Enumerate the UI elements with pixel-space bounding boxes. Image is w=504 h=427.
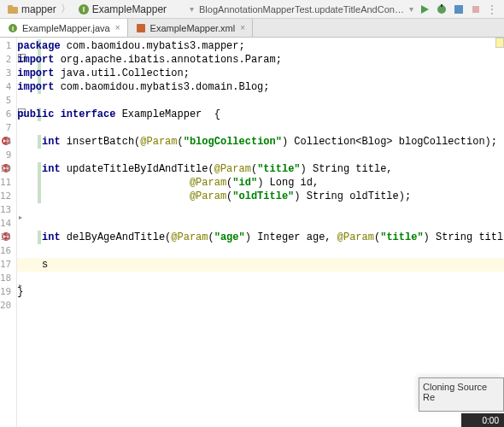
svg-text:I: I xyxy=(82,5,85,14)
status-time: 0:00 xyxy=(483,416,499,425)
status-popup: Cloning Source Re xyxy=(419,377,504,412)
interface-icon: I xyxy=(7,22,19,34)
code-line[interactable]: @Param("oldTitle") String oldTitle); xyxy=(17,190,504,203)
svg-text:I: I xyxy=(12,25,14,32)
code-line[interactable]: } xyxy=(17,285,504,299)
code-line[interactable] xyxy=(17,217,504,231)
line-number: 2 xyxy=(0,53,16,67)
line-number: 18 xyxy=(0,272,16,285)
chevron-down-icon[interactable]: ▾ xyxy=(409,4,413,14)
tab-label: ExampleMapper.java xyxy=(22,23,110,33)
status-bar: 0:00 xyxy=(461,413,504,427)
run-config-label[interactable]: BlogAnnotationMapperTest.updateTitleAndC… xyxy=(199,4,404,15)
line-number: 11 xyxy=(0,176,16,190)
status-popup-text: Cloning Source Re xyxy=(423,382,487,402)
code-editor[interactable]: 1234567891011121314151617181920 − − ▸ ▸ … xyxy=(0,38,504,427)
svg-rect-11 xyxy=(137,24,145,32)
breadcrumb-class-label: ExampleMapper xyxy=(92,3,167,15)
code-line[interactable] xyxy=(17,149,504,162)
line-number: 14 xyxy=(0,217,16,231)
code-line[interactable]: @Param("id") Long id, xyxy=(17,176,504,190)
line-number: 15 xyxy=(0,231,16,244)
code-line[interactable]: import com.baomidou.mybatis3.domain.Blog… xyxy=(17,80,504,94)
svg-rect-6 xyxy=(441,4,442,7)
line-number: 20 xyxy=(0,299,16,313)
code-line[interactable] xyxy=(17,121,504,135)
breadcrumb-bar: mapper 〉 I ExampleMapper ▾ BlogAnnotatio… xyxy=(0,0,504,19)
line-number: 19 xyxy=(0,285,16,299)
line-number: 4 xyxy=(0,80,16,94)
chevron-right-icon: 〉 xyxy=(61,2,71,16)
line-number: 1 xyxy=(0,39,16,53)
code-line[interactable]: int delByAgeAndTitle(@Param("age") Integ… xyxy=(17,231,504,244)
close-icon[interactable]: × xyxy=(240,23,245,32)
code-line[interactable]: s xyxy=(17,258,504,272)
code-line[interactable] xyxy=(17,94,504,108)
svg-rect-8 xyxy=(472,6,479,13)
tab-example-mapper-java[interactable]: I ExampleMapper.java × xyxy=(0,19,128,37)
close-icon[interactable]: × xyxy=(115,23,120,32)
code-line[interactable] xyxy=(17,203,504,217)
xml-icon xyxy=(135,22,147,34)
chevron-down-icon[interactable]: ▾ xyxy=(190,4,194,14)
line-number: 10 xyxy=(0,162,16,176)
line-number: 17 xyxy=(0,258,16,272)
tab-label: ExampleMapper.xml xyxy=(150,23,236,33)
line-number: 3 xyxy=(0,67,16,80)
line-number: 16 xyxy=(0,244,16,258)
editor-tabs: I ExampleMapper.java × ExampleMapper.xml… xyxy=(0,19,504,38)
line-number: 12 xyxy=(0,190,16,203)
run-icon[interactable] xyxy=(419,3,431,15)
line-number: 6 xyxy=(0,108,16,121)
code-line[interactable] xyxy=(17,272,504,285)
line-number: 8 xyxy=(0,135,16,149)
code-line[interactable] xyxy=(17,299,504,313)
code-line[interactable]: public interface ExampleMapper { xyxy=(17,108,504,121)
code-line[interactable]: int insertBatch(@Param("blogCollection")… xyxy=(17,135,504,149)
coverage-icon[interactable] xyxy=(453,3,465,15)
debug-icon[interactable] xyxy=(436,3,448,15)
svg-rect-7 xyxy=(454,5,463,14)
svg-rect-1 xyxy=(8,5,13,9)
scroll-marker xyxy=(495,38,504,48)
line-number: 7 xyxy=(0,121,16,135)
breadcrumb-folder[interactable]: mapper 〉 xyxy=(3,2,74,16)
code-line[interactable]: int updateTitleByIdAndTitle(@Param("titl… xyxy=(17,162,504,176)
code-line[interactable]: import org.apache.ibatis.annotations.Par… xyxy=(17,53,504,67)
svg-marker-4 xyxy=(421,5,429,14)
breadcrumb-folder-label: mapper xyxy=(21,3,56,15)
code-line[interactable]: package com.baomidou.mybatis3.mapper; xyxy=(17,39,504,53)
breadcrumb-class[interactable]: I ExampleMapper xyxy=(74,3,170,15)
line-number: 9 xyxy=(0,149,16,162)
line-number: 5 xyxy=(0,94,16,108)
more-icon[interactable]: ⋮ xyxy=(487,3,497,15)
tab-example-mapper-xml[interactable]: ExampleMapper.xml × xyxy=(128,19,254,37)
stop-icon[interactable] xyxy=(470,3,482,15)
code-area[interactable]: package com.baomidou.mybatis3.mapper;imp… xyxy=(17,38,504,427)
code-line[interactable] xyxy=(17,244,504,258)
folder-icon xyxy=(7,3,19,15)
toolbar-right: ▾ BlogAnnotationMapperTest.updateTitleAn… xyxy=(190,3,501,15)
code-line[interactable]: import java.util.Collection; xyxy=(17,67,504,80)
line-number-gutter: 1234567891011121314151617181920 xyxy=(0,38,17,427)
interface-icon: I xyxy=(78,3,90,15)
line-number: 13 xyxy=(0,203,16,217)
